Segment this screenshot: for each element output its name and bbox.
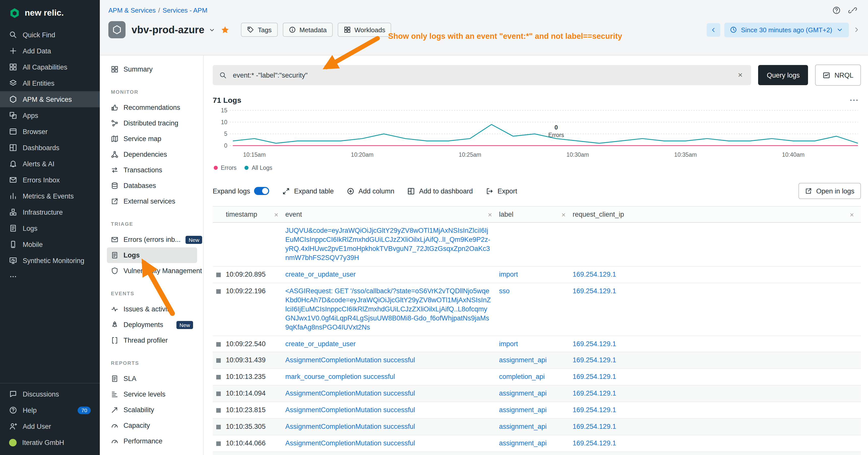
- table-row[interactable]: 10:10:14.094AssignmentCompletionMutation…: [213, 386, 861, 402]
- add-to-dashboard-button[interactable]: Add to dashboard: [407, 187, 473, 195]
- service-sidebar-item-scalability[interactable]: Scalability: [107, 402, 197, 418]
- service-sidebar-item-sla[interactable]: SLA: [107, 371, 197, 387]
- sidebar-item-browser[interactable]: Browser: [0, 124, 100, 139]
- label-link[interactable]: import: [499, 270, 518, 278]
- service-sidebar-item-performance[interactable]: Performance: [107, 433, 197, 449]
- sidebar-item-apm-services[interactable]: APM & Services: [0, 91, 100, 107]
- nrql-button[interactable]: NRQL: [815, 65, 861, 86]
- expand-table-button[interactable]: Expand table: [282, 187, 334, 195]
- event-link[interactable]: mark_course_completion successful: [285, 373, 395, 381]
- table-row[interactable]: 10:09:22.540create_or_update_userimport1…: [213, 336, 861, 353]
- sidebar-item-all-capabilities[interactable]: All Capabilities: [0, 59, 100, 75]
- table-row[interactable]: 10:10:23.815AssignmentCompletionMutation…: [213, 402, 861, 419]
- row-handle-icon[interactable]: [216, 375, 221, 380]
- event-link[interactable]: JUQVU&code=eyJraWQiOiJjcGltY29yZV8wOTl1M…: [285, 227, 490, 261]
- ip-link[interactable]: 169.254.129.1: [572, 407, 616, 414]
- event-link[interactable]: AssignmentCompletionMutation successful: [285, 423, 415, 430]
- service-sidebar-item-logs[interactable]: Logs: [107, 248, 197, 263]
- service-sidebar-item-capacity[interactable]: Capacity: [107, 418, 197, 433]
- sidebar-item-errors-inbox[interactable]: Errors Inbox: [0, 172, 100, 188]
- table-row[interactable]: 10:10:35.305AssignmentCompletionMutation…: [213, 419, 861, 435]
- sidebar-item-add-user[interactable]: Add User: [0, 418, 100, 434]
- label-link[interactable]: assignment_api: [499, 357, 547, 364]
- time-picker[interactable]: Since 30 minutes ago (GMT+2): [724, 23, 849, 37]
- ip-link[interactable]: 169.254.129.1: [572, 390, 616, 397]
- clear-query-icon[interactable]: ×: [736, 71, 745, 79]
- sidebar-item-iterativ-gmbh[interactable]: Iterativ GmbH: [0, 434, 100, 451]
- row-handle-icon[interactable]: [216, 442, 221, 446]
- ip-link[interactable]: 169.254.129.1: [572, 287, 616, 295]
- service-sidebar-item-summary[interactable]: Summary: [107, 62, 197, 77]
- legend-errors[interactable]: Errors: [214, 165, 237, 171]
- add-column-button[interactable]: Add column: [347, 187, 395, 195]
- chip-tags[interactable]: Tags: [241, 23, 278, 37]
- service-sidebar-item-databases[interactable]: Databases: [107, 178, 197, 194]
- remove-column-icon[interactable]: ×: [561, 211, 565, 218]
- ip-link[interactable]: 169.254.129.1: [572, 270, 616, 278]
- sidebar-item-all-entities[interactable]: All Entities: [0, 75, 100, 91]
- remove-column-icon[interactable]: ×: [274, 211, 278, 218]
- export-button[interactable]: Export: [486, 187, 517, 195]
- event-link[interactable]: create_or_update_user: [285, 270, 355, 278]
- event-link[interactable]: AssignmentCompletionMutation successful: [285, 357, 415, 364]
- ip-link[interactable]: 169.254.129.1: [572, 340, 616, 348]
- row-handle-icon[interactable]: [216, 425, 221, 429]
- copy-link-icon[interactable]: [848, 6, 857, 14]
- chip-metadata[interactable]: Metadata: [283, 23, 333, 37]
- row-handle-icon[interactable]: [216, 342, 221, 347]
- sidebar-item-synthetic-monitoring[interactable]: Synthetic Monitoring: [0, 253, 100, 268]
- table-row[interactable]: JUQVU&code=eyJraWQiOiJjcGltY29yZV8wOTl1M…: [213, 223, 861, 266]
- service-sidebar-item-deployments[interactable]: DeploymentsNew: [107, 317, 197, 332]
- legend-all-logs[interactable]: All Logs: [245, 165, 273, 171]
- label-link[interactable]: completion_api: [499, 373, 545, 381]
- event-link[interactable]: AssignmentCompletionMutation successful: [285, 407, 415, 414]
- event-link[interactable]: AssignmentCompletionMutation successful: [285, 390, 415, 397]
- service-sidebar-item-vulnerability-management[interactable]: Vulnerability Management: [107, 263, 197, 279]
- label-link[interactable]: assignment_api: [499, 440, 547, 447]
- sidebar-item-apps[interactable]: Apps: [0, 107, 100, 124]
- sidebar-item-mobile[interactable]: Mobile: [0, 236, 100, 253]
- service-sidebar-item-transactions[interactable]: Transactions: [107, 162, 197, 178]
- ip-link[interactable]: 169.254.129.1: [572, 440, 616, 447]
- sidebar-item-infrastructure[interactable]: Infrastructure: [0, 204, 100, 220]
- event-link[interactable]: AssignmentCompletionMutation successful: [285, 440, 415, 447]
- entity-chevron-down-icon[interactable]: [209, 27, 216, 33]
- sidebar-item-help[interactable]: Help70: [0, 402, 100, 418]
- time-forward-button[interactable]: [853, 26, 860, 33]
- service-sidebar-item-errors-errors-inb[interactable]: Errors (errors inb...New: [107, 232, 197, 248]
- query-logs-button[interactable]: Query logs: [758, 65, 808, 85]
- service-sidebar-item-thread-profiler[interactable]: Thread profiler: [107, 332, 197, 348]
- ip-link[interactable]: 169.254.129.1: [572, 373, 616, 381]
- sidebar-item-more[interactable]: [0, 268, 100, 285]
- service-sidebar-item-recommendations[interactable]: Recommendations: [107, 100, 197, 116]
- label-link[interactable]: assignment_api: [499, 407, 547, 414]
- remove-column-icon[interactable]: ×: [488, 211, 492, 218]
- service-sidebar-item-service-map[interactable]: Service map: [107, 131, 197, 147]
- more-options-icon[interactable]: ···: [850, 96, 859, 104]
- sidebar-item-discussions[interactable]: Discussions: [0, 386, 100, 402]
- table-row[interactable]: 10:10:49.051mark_course_completion succe…: [213, 452, 861, 455]
- sidebar-item-logs[interactable]: Logs: [0, 220, 100, 236]
- sidebar-item-alerts-ai[interactable]: Alerts & AI: [0, 156, 100, 172]
- ip-link[interactable]: 169.254.129.1: [572, 423, 616, 430]
- expand-logs-toggle[interactable]: [254, 187, 270, 195]
- table-row[interactable]: 10:09:31.439AssignmentCompletionMutation…: [213, 353, 861, 369]
- service-sidebar-item-issues-activity[interactable]: Issues & activity: [107, 301, 197, 317]
- sidebar-item-quick-find[interactable]: Quick Find: [0, 27, 100, 43]
- service-sidebar-item-service-levels[interactable]: Service levels: [107, 387, 197, 402]
- table-row[interactable]: 10:10:44.066AssignmentCompletionMutation…: [213, 435, 861, 452]
- table-row[interactable]: 10:10:13.235mark_course_completion succe…: [213, 369, 861, 386]
- event-link[interactable]: create_or_update_user: [285, 340, 355, 348]
- row-handle-icon[interactable]: [216, 358, 221, 363]
- label-link[interactable]: sso: [499, 287, 509, 295]
- help-icon[interactable]: [832, 6, 841, 14]
- sidebar-item-metrics-events[interactable]: Metrics & Events: [0, 188, 100, 204]
- table-row[interactable]: 10:09:22.196<ASGIRequest: GET '/sso/call…: [213, 283, 861, 336]
- row-handle-icon[interactable]: [216, 272, 221, 277]
- breadcrumb-apm-services[interactable]: APM & Services: [108, 6, 156, 14]
- ip-link[interactable]: 169.254.129.1: [572, 357, 616, 364]
- sidebar-item-dashboards[interactable]: Dashboards: [0, 139, 100, 156]
- event-link[interactable]: <ASGIRequest: GET '/sso/callback/?state=…: [285, 287, 491, 331]
- open-in-logs-button[interactable]: Open in logs: [799, 183, 861, 199]
- row-handle-icon[interactable]: [216, 289, 221, 294]
